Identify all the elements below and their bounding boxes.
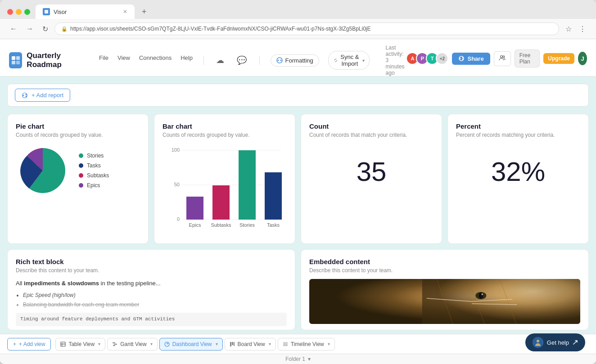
address-bar[interactable]: 🔒 https://app.visor.us/sheets/CSO-sGm7QT… bbox=[54, 22, 559, 35]
percent-title: Percent bbox=[456, 122, 580, 130]
dashboard-view-icon bbox=[164, 342, 170, 347]
svg-rect-1 bbox=[12, 56, 15, 60]
folder-dropdown-icon[interactable]: ▾ bbox=[308, 356, 311, 362]
svg-point-15 bbox=[23, 94, 24, 96]
dashboard-view-dropdown[interactable]: ▾ bbox=[215, 342, 218, 346]
svg-rect-39 bbox=[61, 342, 65, 346]
more-button[interactable]: ⋮ bbox=[576, 23, 589, 35]
add-view-button[interactable]: + + Add view bbox=[7, 338, 51, 351]
get-help-button[interactable]: Get help bbox=[525, 333, 585, 351]
svg-text:Subtasks: Subtasks bbox=[211, 222, 231, 228]
timeline-view-dropdown[interactable]: ▾ bbox=[327, 342, 330, 346]
svg-point-10 bbox=[462, 57, 464, 58]
table-view-dropdown[interactable]: ▾ bbox=[97, 342, 100, 346]
rich-text-intro: All bbox=[16, 280, 24, 287]
sync-import-button[interactable]: Sync & Import ▾ bbox=[328, 51, 370, 70]
help-avatar bbox=[533, 337, 543, 348]
browser-toolbar: ← → ↻ 🔒 https://app.visor.us/sheets/CSO-… bbox=[0, 19, 596, 39]
svg-point-17 bbox=[26, 95, 27, 97]
forward-button[interactable]: → bbox=[23, 23, 36, 35]
svg-rect-47 bbox=[230, 342, 231, 346]
back-button[interactable]: ← bbox=[7, 23, 20, 35]
share-button[interactable]: Share bbox=[452, 53, 490, 65]
bar-epics bbox=[186, 197, 203, 220]
cloud-icon[interactable]: ☁ bbox=[214, 54, 226, 67]
nav-help[interactable]: Help bbox=[181, 54, 193, 67]
legend-stories: Stories bbox=[79, 153, 109, 159]
url-text: https://app.visor.us/sheets/CSO-sGm7QTgZ… bbox=[70, 26, 371, 32]
dashboard-bottom-grid: Rich text block Describe this content to… bbox=[7, 249, 589, 330]
code-block: Timing around feature deployments and GT… bbox=[16, 313, 287, 326]
board-view-dropdown[interactable]: ▾ bbox=[268, 342, 271, 346]
svg-point-9 bbox=[460, 58, 461, 59]
embedded-subtitle: Describe this content to your team. bbox=[309, 267, 580, 274]
svg-text:Tasks: Tasks bbox=[267, 222, 280, 228]
svg-rect-4 bbox=[16, 61, 20, 64]
legend-dot-epics bbox=[79, 183, 83, 188]
board-view-tab[interactable]: Board View ▾ bbox=[225, 338, 276, 351]
app-nav: File View Connections Help ☁ 💬 Formattin… bbox=[99, 45, 406, 76]
rich-text-subtitle: Describe this content to your team. bbox=[16, 267, 287, 274]
table-view-tab[interactable]: Table View ▾ bbox=[55, 338, 105, 351]
bar-chart-container: 100 50 0 Epics bbox=[163, 144, 287, 235]
gantt-view-tab[interactable]: Gantt View ▾ bbox=[107, 338, 157, 351]
close-window-button[interactable] bbox=[7, 9, 13, 15]
svg-point-12 bbox=[500, 55, 502, 58]
svg-text:50: 50 bbox=[174, 182, 180, 187]
gantt-view-dropdown[interactable]: ▾ bbox=[149, 342, 153, 346]
new-tab-button[interactable]: + bbox=[140, 5, 149, 18]
nav-connections[interactable]: Connections bbox=[139, 54, 172, 67]
count-value: 35 bbox=[309, 156, 433, 187]
add-view-label: + Add view bbox=[19, 341, 45, 347]
legend-label-stories: Stories bbox=[87, 153, 104, 159]
bar-chart-svg: 100 50 0 Epics bbox=[163, 144, 287, 234]
upgrade-button[interactable]: Upgrade bbox=[543, 53, 574, 64]
tab-title: Visor bbox=[54, 9, 67, 15]
pie-chart-title: Pie chart bbox=[16, 122, 140, 130]
nav-file[interactable]: File bbox=[99, 54, 108, 67]
sync-import-label: Sync & Import bbox=[340, 54, 359, 67]
browser-toolbar-icons: ☆ ⋮ bbox=[563, 23, 589, 35]
team-button[interactable] bbox=[494, 51, 511, 66]
pie-chart-svg bbox=[16, 144, 70, 198]
app-logo: Quarterly Roadmap bbox=[9, 51, 85, 69]
app-header: Quarterly Roadmap File View Connections … bbox=[0, 39, 596, 76]
embedded-preview bbox=[309, 279, 580, 324]
svg-rect-2 bbox=[16, 56, 20, 60]
legend-dot-stories bbox=[79, 153, 83, 158]
add-report-label: + Add report bbox=[32, 92, 63, 99]
view-tabs-group: Table View ▾ Gantt View ▾ Dashboard View… bbox=[55, 338, 334, 351]
timeline-view-label: Timeline View bbox=[291, 341, 324, 347]
share-label: Share bbox=[467, 55, 483, 62]
count-card: Count Count of records that match your c… bbox=[301, 114, 442, 244]
pie-legend: Stories Tasks Subtasks bbox=[79, 153, 109, 189]
percent-subtitle: Percent of records matching your criteri… bbox=[456, 132, 580, 138]
rich-text-body: All impediments & slowdowns in the testi… bbox=[16, 279, 287, 326]
tab-close-button[interactable]: ✕ bbox=[123, 9, 127, 15]
pie-chart-container: Stories Tasks Subtasks bbox=[16, 144, 140, 198]
maximize-window-button[interactable] bbox=[24, 9, 30, 15]
pie-chart-subtitle: Counts of records grouped by value. bbox=[16, 132, 140, 138]
add-report-button[interactable]: + Add report bbox=[15, 89, 70, 102]
svg-rect-3 bbox=[12, 61, 15, 64]
bar-subtasks bbox=[212, 185, 230, 220]
rich-text-title: Rich text block bbox=[16, 258, 287, 265]
dashboard-view-tab[interactable]: Dashboard View ▾ bbox=[159, 338, 223, 351]
bookmark-button[interactable]: ☆ bbox=[563, 23, 574, 35]
comment-icon[interactable]: 💬 bbox=[235, 54, 248, 67]
reload-button[interactable]: ↻ bbox=[40, 23, 51, 35]
user-avatar[interactable]: J bbox=[578, 52, 587, 65]
app-container: Quarterly Roadmap File View Connections … bbox=[0, 39, 596, 364]
browser-tab[interactable]: Visor ✕ bbox=[36, 4, 135, 19]
svg-text:100: 100 bbox=[172, 147, 180, 153]
legend-dot-tasks bbox=[79, 163, 83, 168]
embedded-content-card: Embedded content Describe this content t… bbox=[301, 249, 589, 330]
count-title: Count bbox=[309, 122, 433, 130]
timeline-view-tab[interactable]: Timeline View ▾ bbox=[278, 338, 335, 351]
nav-view[interactable]: View bbox=[117, 54, 130, 67]
rich-text-bold: impediments & slowdowns bbox=[24, 280, 99, 287]
header-right: A P T +2 Share Free Plan Upgrade J bbox=[406, 49, 587, 71]
minimize-window-button[interactable] bbox=[16, 9, 22, 15]
folder-name: Folder 1 bbox=[285, 356, 305, 362]
formatting-button[interactable]: Formatting bbox=[271, 54, 319, 67]
